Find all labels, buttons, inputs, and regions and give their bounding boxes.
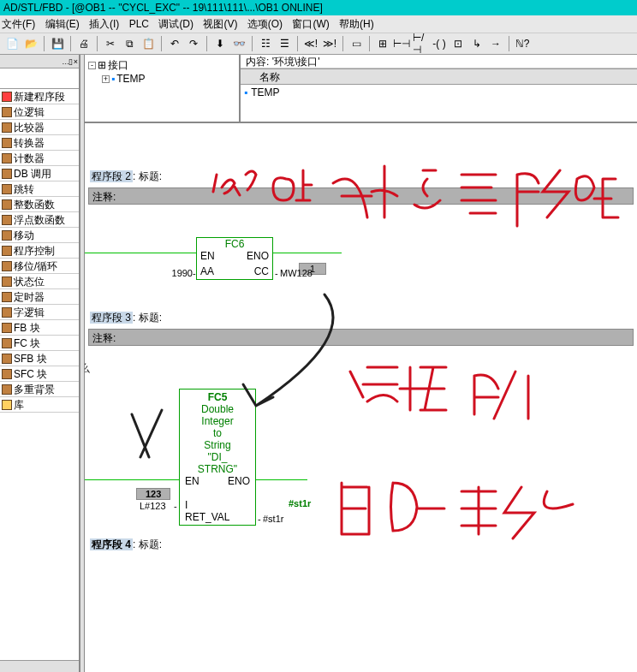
- fc6-out-mw[interactable]: MW128: [280, 268, 313, 278]
- tb-save-icon[interactable]: 💾: [49, 35, 66, 52]
- fc6-cc: CC: [254, 265, 269, 277]
- cat-new-network[interactable]: 新建程序段: [0, 89, 79, 104]
- tb-ncontact-icon[interactable]: ⊢/⊣: [412, 35, 429, 52]
- folder-icon: [2, 277, 12, 287]
- seg2-title[interactable]: 程序段 2: 标题:: [85, 166, 637, 187]
- cat-multi-inst[interactable]: 多重背景: [0, 382, 79, 397]
- fc6-aa: AA: [200, 265, 214, 277]
- tb-catalog-icon[interactable]: ▭: [348, 35, 365, 52]
- menu-edit[interactable]: 编辑(E): [45, 15, 80, 33]
- library-icon: [2, 400, 12, 410]
- tb-redo-icon[interactable]: ↷: [185, 35, 202, 52]
- tb-ref-icon[interactable]: ☷: [257, 35, 274, 52]
- fc5-desc1: Double: [185, 403, 250, 415]
- tb-cut-icon[interactable]: ✂: [102, 35, 119, 52]
- seg3-subtitle[interactable]: : 标题:: [133, 312, 162, 324]
- expand-icon[interactable]: +: [102, 75, 110, 83]
- tb-download-icon[interactable]: ⬇: [211, 35, 229, 52]
- tb-monitor-icon[interactable]: 👓: [230, 35, 247, 52]
- fc6-en: EN: [200, 250, 215, 262]
- fc5-eno: ENO: [228, 475, 250, 487]
- rail-line: [85, 253, 196, 253]
- tree-temp[interactable]: + ▪ TEMP: [88, 72, 235, 86]
- interface-tree[interactable]: - ⊞ 接口 + ▪ TEMP: [85, 55, 241, 122]
- menu-insert[interactable]: 插入(I): [89, 15, 119, 33]
- cat-bit-logic[interactable]: 位逻辑: [0, 104, 79, 120]
- cat-compare[interactable]: 比较器: [0, 120, 79, 135]
- folder-icon: [2, 199, 12, 210]
- var-row-temp[interactable]: ▪ TEMP: [241, 85, 637, 100]
- tb-paste-icon[interactable]: 📋: [140, 35, 157, 52]
- tb-box-icon[interactable]: ⊡: [449, 35, 467, 52]
- cat-jump[interactable]: 跳转: [0, 181, 79, 197]
- fc5-block[interactable]: FC5 Double Integer to String "DI_ STRNG"…: [179, 389, 256, 526]
- cat-convert[interactable]: 转换器: [0, 135, 79, 151]
- tb-goto-icon[interactable]: ≪!: [302, 35, 319, 52]
- fc5-out-st1r[interactable]: #st1r: [289, 498, 311, 508]
- fc6-in-val[interactable]: 1990: [162, 268, 193, 278]
- cat-library[interactable]: 库: [0, 397, 79, 413]
- seg2-comment[interactable]: 注释:: [88, 187, 634, 205]
- menu-file[interactable]: 文件(F): [2, 15, 35, 33]
- rail-line-3: [85, 479, 179, 480]
- tb-coil-icon[interactable]: -( ): [431, 35, 448, 52]
- tb-contact-icon[interactable]: ⊢⊣: [393, 35, 410, 52]
- tb-undo-icon[interactable]: ↶: [166, 35, 183, 52]
- ladder-editor[interactable]: 程序段 2: 标题: 注释: FC6 ENENO AACC 1990 -: [85, 123, 637, 672]
- seg2-subtitle[interactable]: : 标题:: [133, 170, 162, 182]
- menu-plc[interactable]: PLC: [129, 15, 149, 33]
- seg3-name[interactable]: 程序段 3: [90, 312, 133, 324]
- tb-help-icon[interactable]: ℕ?: [514, 35, 531, 52]
- sidebar-dots-icon[interactable]: …▯ ×: [62, 57, 77, 66]
- fc6-name: FC6: [197, 238, 272, 250]
- seg4-name[interactable]: 程序段 4: [90, 538, 133, 550]
- cat-prog-ctrl[interactable]: 程序控制: [0, 243, 79, 259]
- folder-icon: [2, 184, 12, 194]
- tb-print-icon[interactable]: 🖨: [75, 35, 92, 52]
- menu-view[interactable]: 视图(V): [203, 15, 237, 33]
- cat-sfb-block[interactable]: SFB 块: [0, 351, 79, 366]
- cat-fc-block[interactable]: FC 块: [0, 336, 79, 351]
- menu-help[interactable]: 帮助(H): [339, 15, 374, 33]
- tb-goto2-icon[interactable]: ≫!: [321, 35, 338, 52]
- menu-window[interactable]: 窗口(W): [292, 15, 329, 33]
- fc5-strng2: STRNG": [185, 463, 250, 475]
- cat-move[interactable]: 移动: [0, 228, 79, 243]
- folder-icon: [2, 230, 12, 241]
- name-column-header[interactable]: 名称: [241, 69, 637, 85]
- fc5-retval-out[interactable]: #st1r: [263, 514, 283, 524]
- cat-status[interactable]: 状态位: [0, 274, 79, 289]
- cat-db-call[interactable]: DB 调用: [0, 166, 79, 181]
- toolbar: 📄 📂 💾 🖨 ✂ ⧉ 📋 ↶ ↷ ⬇ 👓 ☷ ☰ ≪! ≫! ▭ ⊞ ⊢⊣ ⊢…: [0, 33, 637, 55]
- folder-icon: [2, 369, 12, 379]
- cat-shift[interactable]: 移位/循环: [0, 259, 79, 274]
- tb-copy-icon[interactable]: ⧉: [121, 35, 138, 52]
- menu-options[interactable]: 选项(O): [247, 15, 283, 33]
- tb-ref2-icon[interactable]: ☰: [276, 35, 293, 52]
- tb-network-icon[interactable]: ⊞: [374, 35, 391, 52]
- cat-int-fn[interactable]: 整数函数: [0, 197, 79, 212]
- cat-timer[interactable]: 定时器: [0, 289, 79, 305]
- cat-counter[interactable]: 计数器: [0, 151, 79, 166]
- cat-sfc-block[interactable]: SFC 块: [0, 366, 79, 382]
- fc5-in-val[interactable]: L#123: [140, 501, 166, 511]
- tree-root[interactable]: - ⊞ 接口: [88, 58, 235, 72]
- tb-conn-icon[interactable]: →: [487, 35, 504, 52]
- fc6-dash1: -: [193, 268, 196, 278]
- seg2-name[interactable]: 程序段 2: [90, 170, 133, 182]
- tb-new-icon[interactable]: 📄: [3, 35, 21, 52]
- interface-icon: ⊞: [98, 59, 106, 71]
- cat-float-fn[interactable]: 浮点数函数: [0, 212, 79, 228]
- title-bar: AD/STL/FBD - [@OB1 -- "CYCL_EXC" -- 19\1…: [0, 0, 637, 15]
- interface-panel: - ⊞ 接口 + ▪ TEMP 内容: '环境\接口' 名称 ▪ TEMP: [85, 55, 637, 123]
- seg3-comment[interactable]: 注释:: [88, 329, 634, 346]
- collapse-icon[interactable]: -: [88, 62, 96, 69]
- folder-icon: [2, 215, 12, 225]
- tb-open-icon[interactable]: 📂: [22, 35, 39, 52]
- cat-fb-block[interactable]: FB 块: [0, 320, 79, 336]
- seg4-subtitle[interactable]: : 标题:: [133, 538, 162, 550]
- menu-debug[interactable]: 调试(D): [158, 15, 193, 33]
- tb-branch-icon[interactable]: ↳: [468, 35, 485, 52]
- fc6-block[interactable]: FC6 ENENO AACC: [196, 237, 273, 280]
- cat-word-logic[interactable]: 字逻辑: [0, 305, 79, 320]
